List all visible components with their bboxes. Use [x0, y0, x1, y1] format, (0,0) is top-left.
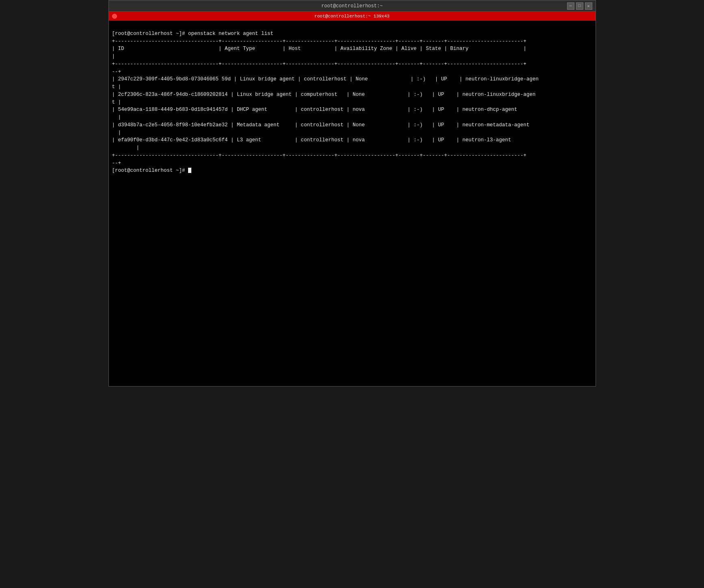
row-4: | d3948b7a-c2e5-4056-8f98-10e4efb2ae32 |…	[112, 122, 530, 128]
row-2-cont: t |	[112, 99, 121, 105]
row-2: | 2cf2306c-823a-486f-94db-c18609202814 |…	[112, 92, 536, 97]
header-continuation: |	[112, 54, 115, 59]
title-bar-text: root@controllerhost:~	[321, 3, 383, 9]
separator-dash: --+	[112, 69, 121, 75]
row-1: | 2947c229-309f-4405-9bd8-073046065 59d …	[112, 76, 539, 82]
tab-title: root@controllerhost:~ 139x43	[314, 14, 390, 19]
row-5: | efa90f0e-d3bd-447c-9e42-1d83a0c5c6f4 |…	[112, 137, 511, 143]
row-5-cont: |	[112, 145, 140, 151]
command-line: [root@controllerhost ~]# openstack netwo…	[112, 31, 274, 37]
terminal-body[interactable]: [root@controllerhost ~]# openstack netwo…	[109, 21, 596, 386]
prompt-line: [root@controllerhost ~]#	[112, 168, 192, 173]
window-frame: root@controllerhost:~ — □ ✕ root@control…	[108, 0, 596, 387]
window-controls: — □ ✕	[567, 2, 592, 10]
separator-mid: +----------------------------------+----…	[112, 61, 526, 67]
separator-end: --+	[112, 160, 121, 166]
cursor-block	[188, 168, 191, 173]
row-3: | 54e99aca-1188-4449-b683-0d18c941457d |…	[112, 107, 518, 112]
title-bar: root@controllerhost:~ — □ ✕	[109, 0, 596, 12]
separator-bottom: +----------------------------------+----…	[112, 153, 526, 158]
row-1-cont: t |	[112, 84, 121, 90]
separator-top: +----------------------------------+----…	[112, 39, 526, 44]
minimize-button[interactable]: —	[567, 2, 574, 10]
red-dot	[112, 14, 117, 19]
close-button[interactable]: ✕	[585, 2, 592, 10]
tab-bar: root@controllerhost:~ 139x43	[109, 12, 596, 21]
row-3-cont: |	[112, 115, 121, 120]
header-row: | ID | Agent Type | Host | Availability …	[112, 46, 526, 52]
maximize-button[interactable]: □	[576, 2, 583, 10]
row-4-cont: |	[112, 130, 121, 136]
